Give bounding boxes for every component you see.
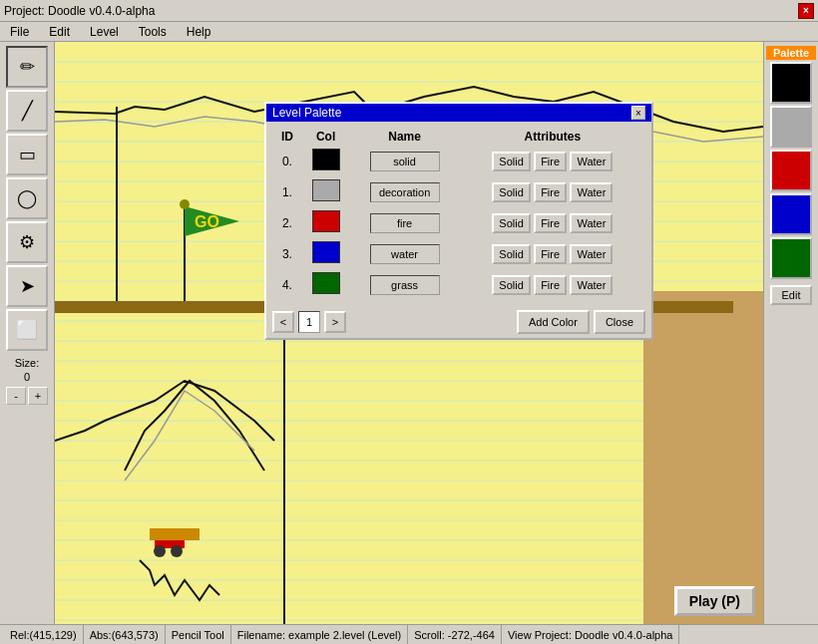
row-color[interactable] [302, 238, 350, 269]
page-number: 1 [298, 311, 320, 333]
attr-water-button[interactable]: Water [570, 182, 613, 202]
row-id: 3. [272, 238, 302, 269]
page-prev-button[interactable]: < [272, 311, 294, 333]
palette-header-label: Palette [766, 46, 816, 60]
menu-bar: File Edit Level Tools Help [0, 22, 818, 42]
name-input-0[interactable] [370, 152, 440, 171]
dialog-footer: < 1 > Add Color Close [266, 306, 651, 338]
page-next-button[interactable]: > [324, 311, 346, 333]
close-dialog-button[interactable]: Close [594, 310, 645, 334]
row-color[interactable] [302, 269, 350, 300]
dialog-titlebar[interactable]: Level Palette × [266, 104, 651, 122]
attr-solid-button[interactable]: Solid [492, 244, 530, 264]
row-name[interactable] [349, 146, 459, 176]
close-button[interactable]: × [798, 3, 814, 19]
row-name[interactable] [349, 176, 459, 207]
palette-swatch-0[interactable] [770, 62, 812, 104]
row-color[interactable] [302, 176, 350, 207]
col-name: Name [349, 128, 459, 146]
palette-swatch-1[interactable] [770, 106, 812, 148]
size-label: Size: [15, 357, 39, 369]
menu-level[interactable]: Level [84, 23, 125, 41]
attr-fire-button[interactable]: Fire [534, 152, 567, 171]
row-attrs: Solid Fire Water [460, 207, 645, 238]
name-input-3[interactable] [370, 244, 440, 264]
rect-tool-button[interactable]: ▭ [6, 134, 48, 175]
size-value: 0 [24, 371, 30, 383]
attr-fire-button[interactable]: Fire [534, 182, 567, 202]
row-attrs: Solid Fire Water [460, 176, 645, 207]
col-attributes: Attributes [460, 128, 645, 146]
dialog-close-button[interactable]: × [631, 106, 645, 120]
dialog-title: Level Palette [272, 106, 341, 120]
row-id: 0. [272, 146, 302, 176]
window-title: Project: Doodle v0.4.0-alpha [4, 4, 155, 18]
right-palette: Palette Edit [763, 42, 818, 624]
play-button[interactable]: Play (P) [674, 586, 755, 616]
attr-water-button[interactable]: Water [570, 213, 613, 233]
size-controls: - + [6, 387, 48, 405]
main-area: ✏ ╱ ▭ ◯ ⚙ ➤ ⬜ Size: 0 - + Play (P) Level… [0, 42, 818, 624]
attr-water-button[interactable]: Water [570, 275, 613, 295]
row-color[interactable] [302, 207, 350, 238]
table-row: 3. Solid Fire Water [272, 238, 645, 269]
ellipse-tool-button[interactable]: ◯ [6, 177, 48, 219]
attr-solid-button[interactable]: Solid [492, 182, 530, 202]
row-name[interactable] [349, 207, 459, 238]
table-row: 2. Solid Fire Water [272, 207, 645, 238]
col-id: ID [272, 128, 302, 146]
title-bar: Project: Doodle v0.4.0-alpha × [0, 0, 818, 22]
name-input-4[interactable] [370, 275, 440, 295]
size-decrease-button[interactable]: - [6, 387, 26, 405]
add-color-button[interactable]: Add Color [517, 310, 590, 334]
row-name[interactable] [349, 269, 459, 300]
palette-edit-button[interactable]: Edit [770, 285, 812, 305]
erase-tool-button[interactable]: ⬜ [6, 309, 48, 351]
table-row: 0. Solid Fire Water [272, 146, 645, 176]
name-input-2[interactable] [370, 213, 440, 233]
row-id: 4. [272, 269, 302, 300]
palette-rows: 0. Solid Fire Water 1. Solid Fire Water … [272, 146, 645, 300]
menu-tools[interactable]: Tools [133, 23, 173, 41]
row-id: 2. [272, 207, 302, 238]
row-id: 1. [272, 176, 302, 207]
status-scroll: Scroll: -272,-464 [408, 625, 502, 644]
attr-solid-button[interactable]: Solid [492, 213, 530, 233]
level-palette-dialog: Level Palette × ID Col Name Attributes [264, 102, 653, 340]
attr-fire-button[interactable]: Fire [534, 275, 567, 295]
attr-water-button[interactable]: Water [570, 244, 613, 264]
canvas-area[interactable]: Play (P) Level Palette × ID Col Name Att… [55, 42, 763, 624]
dialog-content: ID Col Name Attributes 0. Solid Fire Wat… [266, 122, 651, 306]
left-toolbar: ✏ ╱ ▭ ◯ ⚙ ➤ ⬜ Size: 0 - + [0, 42, 55, 624]
palette-swatch-4[interactable] [770, 237, 812, 279]
pencil-tool-button[interactable]: ✏ [6, 46, 48, 88]
row-attrs: Solid Fire Water [460, 238, 645, 269]
palette-swatch-3[interactable] [770, 193, 812, 235]
row-attrs: Solid Fire Water [460, 146, 645, 176]
row-name[interactable] [349, 238, 459, 269]
size-increase-button[interactable]: + [28, 387, 48, 405]
attr-water-button[interactable]: Water [570, 152, 613, 171]
row-attrs: Solid Fire Water [460, 269, 645, 300]
status-tool: Pencil Tool [166, 625, 231, 644]
status-abs: Abs:(643,573) [84, 625, 166, 644]
status-bar: Rel:(415,129) Abs:(643,573) Pencil Tool … [0, 624, 818, 644]
attr-solid-button[interactable]: Solid [492, 152, 530, 171]
palette-swatch-2[interactable] [770, 150, 812, 191]
table-row: 4. Solid Fire Water [272, 269, 645, 300]
actor-tool-button[interactable]: ➤ [6, 265, 48, 307]
attr-fire-button[interactable]: Fire [534, 213, 567, 233]
status-rel: Rel:(415,129) [4, 625, 84, 644]
status-project: View Project: Doodle v0.4.0-alpha [502, 625, 680, 644]
row-color[interactable] [302, 146, 350, 176]
col-color: Col [302, 128, 350, 146]
attr-fire-button[interactable]: Fire [534, 244, 567, 264]
menu-edit[interactable]: Edit [43, 23, 76, 41]
doodad-tool-button[interactable]: ⚙ [6, 221, 48, 263]
line-tool-button[interactable]: ╱ [6, 90, 48, 132]
menu-help[interactable]: Help [181, 23, 217, 41]
menu-file[interactable]: File [4, 23, 35, 41]
attr-solid-button[interactable]: Solid [492, 275, 530, 295]
status-filename: Filename: example 2.level (Level) [231, 625, 408, 644]
name-input-1[interactable] [370, 182, 440, 202]
